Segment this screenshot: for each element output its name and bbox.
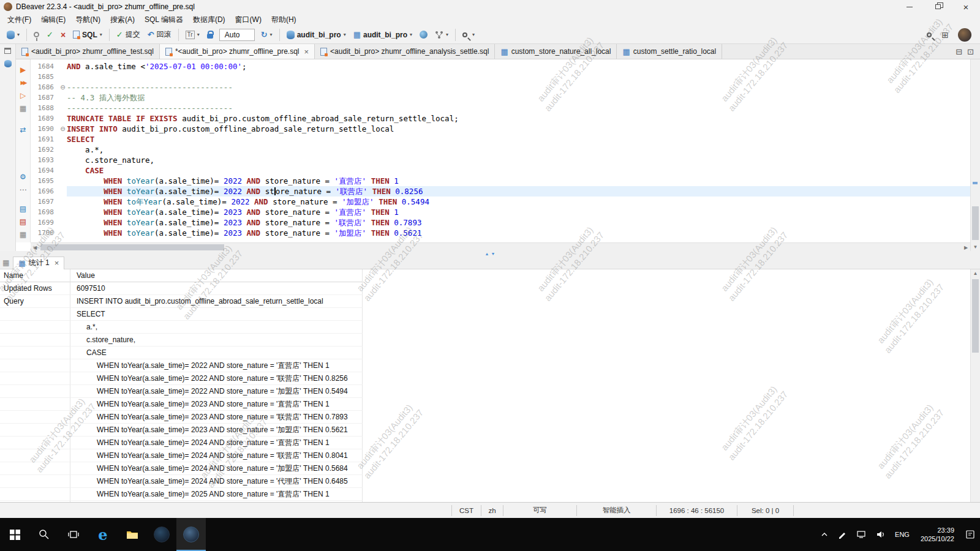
table-row[interactable]: QueryINSERT INTO audit_bi_pro.custom_off… xyxy=(0,295,970,308)
task-view-button[interactable] xyxy=(59,518,88,551)
more-options-icon[interactable]: ⋯ xyxy=(16,183,30,196)
editor-tab[interactable]: ▦custom_store_nature_all_local xyxy=(495,44,617,59)
results-vertical-scrollbar[interactable]: ▲ xyxy=(970,269,980,502)
autocommit-mode-box[interactable]: Auto xyxy=(219,29,255,41)
code-line[interactable]: 1687-- 4.3 插入海外数据 xyxy=(31,92,970,103)
close-statistics-tab-icon[interactable]: × xyxy=(55,258,59,268)
tray-volume-icon[interactable] xyxy=(871,518,890,551)
code-line[interactable]: 1696 WHEN toYear(a.sale_time)= 2022 AND … xyxy=(31,186,970,197)
restore-button[interactable] xyxy=(924,0,952,13)
code-line[interactable]: 1699 WHEN toYear(a.sale_time)= 2023 AND … xyxy=(31,217,970,228)
code-line[interactable]: 1685 xyxy=(31,72,970,82)
tray-chevron-icon[interactable] xyxy=(816,518,833,551)
table-row[interactable]: a.*, xyxy=(0,321,970,334)
execute-script-icon[interactable]: ▶▶ xyxy=(16,76,30,89)
pin-button[interactable] xyxy=(31,28,42,42)
maximize-editor-icon[interactable]: ⊡ xyxy=(967,47,974,56)
status-caret-position[interactable]: 1696 : 46 : 56150 xyxy=(656,505,737,516)
commit-button[interactable]: ✓提交 xyxy=(113,28,143,42)
editor-tab[interactable]: <audit_bi_pro> zhumr_offline_analysis_se… xyxy=(315,44,495,59)
code-line[interactable]: 1690⊖INSERT INTO audit_bi_pro.custom_off… xyxy=(31,124,970,134)
code-line[interactable]: 1684AND a.sale_time <'2025-07-01 00:00:0… xyxy=(31,61,970,72)
confirm-button[interactable]: ✓ xyxy=(43,28,56,42)
table-row[interactable]: Updated Rows6097510 xyxy=(0,282,970,295)
scroll-left-icon[interactable]: ◀ xyxy=(31,243,39,252)
taskbar-clock[interactable]: 23:39 2025/10/22 xyxy=(914,526,960,543)
scroll-up-icon[interactable]: ▲ xyxy=(971,269,980,277)
explain-plan-icon[interactable]: ▦ xyxy=(16,102,30,114)
fold-marker[interactable]: ⊖ xyxy=(59,126,67,132)
minimize-button[interactable] xyxy=(895,0,924,13)
table-row[interactable]: WHEN toYear(a.sale_time)= 2022 AND store… xyxy=(0,372,970,385)
database-selector[interactable]: audit_bi_pro▾ xyxy=(284,28,349,42)
code-line[interactable]: 1693 c.store_nature, xyxy=(31,155,970,165)
status-insert-mode[interactable]: 智能插入 xyxy=(576,505,656,516)
code-line[interactable]: 1686⊖-----------------------------------… xyxy=(31,82,970,92)
quick-search-button[interactable] xyxy=(924,28,937,42)
close-button[interactable]: × xyxy=(952,0,980,13)
editor-tab[interactable]: *<audit_bi_pro> zhumr_offline_pre.sql× xyxy=(160,44,315,59)
table-row[interactable]: WHEN toYear(a.sale_time)= 2023 AND store… xyxy=(0,398,970,411)
perspective-button[interactable]: ⊞ xyxy=(938,28,952,42)
editor-tab[interactable]: ▦custom_settle_ratio_local xyxy=(617,44,722,59)
execute-sql-icon[interactable]: ▶ xyxy=(16,63,30,76)
status-language[interactable]: zh xyxy=(481,505,503,516)
script-grid-icon[interactable]: ▦ xyxy=(16,228,30,241)
code-line[interactable]: 1691SELECT xyxy=(31,134,970,144)
cancel-button[interactable]: × xyxy=(58,28,69,42)
execute-new-tab-icon[interactable]: ▷ xyxy=(16,89,30,102)
sql-editor-dropdown[interactable]: SQL▾ xyxy=(70,28,105,42)
scrollbar-thumb[interactable] xyxy=(972,206,979,240)
transaction-mode-button[interactable]: Tr▾ xyxy=(183,28,203,42)
rollback-button[interactable]: ↶回滚 xyxy=(145,28,175,42)
dbeaver-taskbar-icon[interactable] xyxy=(176,518,206,551)
table-row[interactable]: WHEN toYear(a.sale_time)= 2023 AND store… xyxy=(0,424,970,437)
table-row[interactable]: WHEN toYear(a.sale_time)= 2022 AND store… xyxy=(0,385,970,398)
restore-view-icon[interactable] xyxy=(4,48,11,54)
search-dropdown[interactable]: ▾ xyxy=(459,28,478,42)
tray-network-icon[interactable] xyxy=(851,518,871,551)
taskbar-search-button[interactable] xyxy=(29,518,59,551)
table-row[interactable]: WHEN toYear(a.sale_time)= 2024 AND store… xyxy=(0,449,970,462)
start-button[interactable] xyxy=(0,518,29,551)
table-row[interactable]: WHEN toYear(a.sale_time)= 2023 AND store… xyxy=(0,411,970,424)
code-line[interactable]: 1694 CASE xyxy=(31,165,970,176)
table-row[interactable]: WHEN toYear(a.sale_time)= 2025 AND store… xyxy=(0,488,970,501)
table-row[interactable]: SELECT xyxy=(0,308,970,321)
minimize-editor-icon[interactable]: ⊟ xyxy=(956,47,962,56)
script-output-icon[interactable]: ▤ xyxy=(16,202,30,215)
menu-item-navigate[interactable]: 导航(N) xyxy=(70,13,105,26)
globe-button[interactable] xyxy=(417,28,431,42)
panel-splitter[interactable]: ▲▼ xyxy=(0,251,980,256)
code-line[interactable]: 1697 WHEN to年Year(a.sale_time)= 2022 AND… xyxy=(31,197,970,207)
tray-language[interactable]: ENG xyxy=(890,518,914,551)
column-header-value[interactable]: Value xyxy=(70,269,363,282)
action-center-icon[interactable] xyxy=(960,518,980,551)
script-save-icon[interactable]: ▤ xyxy=(16,215,30,228)
editor-vertical-scrollbar[interactable]: ▼ xyxy=(970,59,980,251)
menu-item-search[interactable]: 搜索(A) xyxy=(105,13,140,26)
code-line[interactable]: 1688------------------------------------ xyxy=(31,103,970,113)
edge-browser-icon[interactable]: e xyxy=(88,518,118,551)
file-explorer-icon[interactable] xyxy=(118,518,147,551)
database-navigator-icon[interactable] xyxy=(4,60,12,67)
menu-item-sql-editor[interactable]: SQL 编辑器 xyxy=(140,13,188,26)
table-row[interactable]: WHEN toYear(a.sale_time)= 2024 AND store… xyxy=(0,462,970,475)
autocommit-lock-button[interactable] xyxy=(204,28,216,42)
code-line[interactable]: 1695 WHEN toYear(a.sale_time)= 2022 AND … xyxy=(31,176,970,186)
collapse-down-icon[interactable]: ▼ xyxy=(491,252,496,256)
collapse-up-icon[interactable]: ▲ xyxy=(485,252,489,256)
code-line[interactable]: 1692 a.*, xyxy=(31,144,970,155)
editor-horizontal-scrollbar[interactable]: ◀ ▶ xyxy=(31,242,970,251)
fold-marker[interactable]: ⊖ xyxy=(59,84,67,91)
menu-item-edit[interactable]: 编辑(E) xyxy=(36,13,70,26)
table-row[interactable]: WHEN toYear(a.sale_time)= 2024 AND store… xyxy=(0,437,970,449)
menu-item-database[interactable]: 数据库(D) xyxy=(188,13,230,26)
tray-pen-icon[interactable] xyxy=(833,518,851,551)
branch-button[interactable]: ▾ xyxy=(432,28,451,42)
scroll-down-icon[interactable]: ▼ xyxy=(971,243,980,251)
status-timezone[interactable]: CST xyxy=(451,505,481,516)
table-row[interactable]: c.store_nature, xyxy=(0,334,970,347)
menu-item-help[interactable]: 帮助(H) xyxy=(266,13,301,26)
scrollbar-thumb[interactable] xyxy=(40,244,224,250)
